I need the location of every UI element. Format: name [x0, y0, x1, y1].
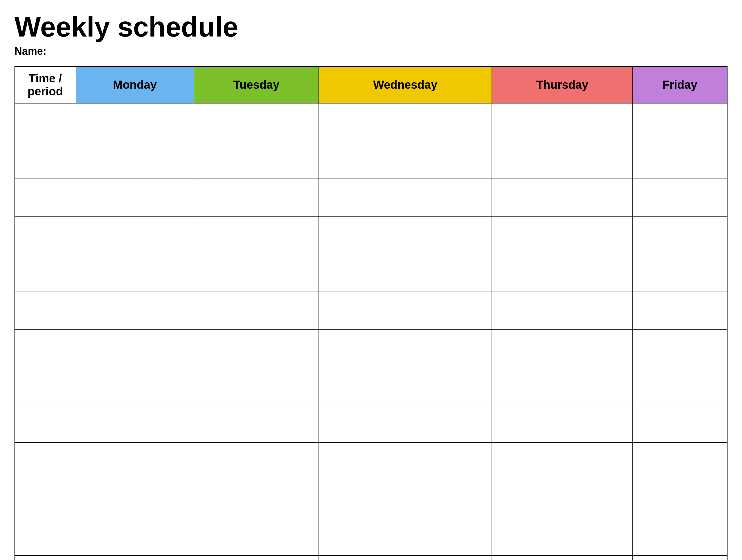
- table-row: [15, 141, 727, 179]
- table-cell[interactable]: [76, 367, 194, 405]
- table-row: [15, 405, 727, 443]
- table-cell[interactable]: [194, 518, 319, 556]
- table-cell[interactable]: [633, 329, 727, 367]
- table-cell[interactable]: [15, 179, 76, 216]
- table-row: [15, 518, 727, 556]
- table-cell[interactable]: [194, 480, 319, 518]
- table-cell[interactable]: [633, 443, 727, 480]
- table-cell[interactable]: [194, 405, 319, 443]
- table-cell[interactable]: [492, 292, 633, 329]
- table-cell[interactable]: [15, 367, 76, 405]
- table-cell[interactable]: [633, 216, 727, 254]
- header-row: Time / period Monday Tuesday Wednesday T…: [15, 66, 727, 103]
- table-cell[interactable]: [76, 518, 194, 556]
- table-cell[interactable]: [633, 405, 727, 443]
- table-cell[interactable]: [633, 518, 727, 556]
- table-cell[interactable]: [194, 367, 319, 405]
- table-cell[interactable]: [319, 443, 492, 480]
- table-cell[interactable]: [194, 216, 319, 254]
- table-row: [15, 367, 727, 405]
- table-cell[interactable]: [15, 556, 76, 560]
- table-cell[interactable]: [492, 103, 633, 141]
- table-cell[interactable]: [194, 254, 319, 292]
- table-row: [15, 103, 727, 141]
- col-header-tuesday: Tuesday: [194, 66, 319, 103]
- table-cell[interactable]: [319, 556, 492, 560]
- table-cell[interactable]: [194, 179, 319, 216]
- table-row: [15, 254, 727, 292]
- table-cell[interactable]: [319, 480, 492, 518]
- table-cell[interactable]: [319, 329, 492, 367]
- table-cell[interactable]: [15, 254, 76, 292]
- table-cell[interactable]: [633, 556, 727, 560]
- table-cell[interactable]: [319, 216, 492, 254]
- table-cell[interactable]: [76, 480, 194, 518]
- table-cell[interactable]: [319, 292, 492, 329]
- col-header-wednesday: Wednesday: [319, 66, 492, 103]
- table-cell[interactable]: [15, 443, 76, 480]
- col-header-monday: Monday: [76, 66, 194, 103]
- table-cell[interactable]: [15, 329, 76, 367]
- table-cell[interactable]: [15, 405, 76, 443]
- table-row: [15, 556, 727, 560]
- name-label: Name:: [14, 45, 728, 57]
- table-cell[interactable]: [492, 216, 633, 254]
- table-cell[interactable]: [633, 367, 727, 405]
- table-cell[interactable]: [633, 103, 727, 141]
- table-cell[interactable]: [76, 254, 194, 292]
- table-cell[interactable]: [492, 443, 633, 480]
- table-row: [15, 329, 727, 367]
- table-cell[interactable]: [76, 216, 194, 254]
- table-cell[interactable]: [492, 329, 633, 367]
- table-cell[interactable]: [194, 292, 319, 329]
- table-row: [15, 480, 727, 518]
- table-row: [15, 292, 727, 329]
- table-cell[interactable]: [76, 556, 194, 560]
- table-cell[interactable]: [15, 518, 76, 556]
- table-cell[interactable]: [15, 480, 76, 518]
- table-cell[interactable]: [633, 254, 727, 292]
- table-cell[interactable]: [319, 103, 492, 141]
- table-cell[interactable]: [492, 480, 633, 518]
- table-cell[interactable]: [319, 254, 492, 292]
- table-cell[interactable]: [633, 179, 727, 216]
- table-cell[interactable]: [76, 329, 194, 367]
- table-cell[interactable]: [492, 367, 633, 405]
- table-cell[interactable]: [319, 367, 492, 405]
- col-header-time: Time / period: [15, 66, 76, 103]
- table-cell[interactable]: [492, 254, 633, 292]
- table-cell[interactable]: [492, 556, 633, 560]
- table-cell[interactable]: [194, 141, 319, 179]
- table-cell[interactable]: [633, 292, 727, 329]
- table-cell[interactable]: [319, 179, 492, 216]
- table-cell[interactable]: [319, 405, 492, 443]
- schedule-table: Time / period Monday Tuesday Wednesday T…: [14, 66, 728, 560]
- table-cell[interactable]: [492, 179, 633, 216]
- table-cell[interactable]: [76, 141, 194, 179]
- table-cell[interactable]: [194, 103, 319, 141]
- table-cell[interactable]: [492, 405, 633, 443]
- table-cell[interactable]: [319, 141, 492, 179]
- page-title: Weekly schedule: [14, 12, 728, 42]
- table-row: [15, 179, 727, 216]
- table-cell[interactable]: [194, 443, 319, 480]
- table-cell[interactable]: [15, 216, 76, 254]
- col-header-friday: Friday: [633, 66, 727, 103]
- table-cell[interactable]: [15, 103, 76, 141]
- table-cell[interactable]: [194, 556, 319, 560]
- table-cell[interactable]: [15, 141, 76, 179]
- table-cell[interactable]: [15, 292, 76, 329]
- table-cell[interactable]: [76, 292, 194, 329]
- table-row: [15, 216, 727, 254]
- table-cell[interactable]: [633, 141, 727, 179]
- table-cell[interactable]: [492, 518, 633, 556]
- table-cell[interactable]: [76, 179, 194, 216]
- table-cell[interactable]: [319, 518, 492, 556]
- table-cell[interactable]: [194, 329, 319, 367]
- table-cell[interactable]: [76, 443, 194, 480]
- table-cell[interactable]: [633, 480, 727, 518]
- table-cell[interactable]: [492, 141, 633, 179]
- table-cell[interactable]: [76, 103, 194, 141]
- table-row: [15, 443, 727, 480]
- table-cell[interactable]: [76, 405, 194, 443]
